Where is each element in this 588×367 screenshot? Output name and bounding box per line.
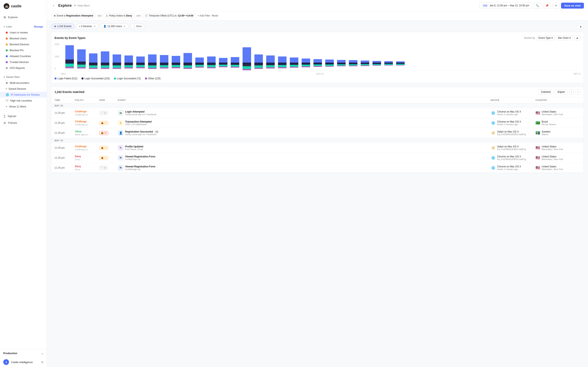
row6-event: 👁 Viewed Registration Form /mobile/sign-… [118,165,491,171]
sidebar-item-multi-accounters[interactable]: ⊕ Multi-accounters [0,80,47,86]
svg-rect-87 [313,66,322,67]
row1-flag: 🇺🇸 [536,111,540,115]
pin-button[interactable]: 📌 [543,3,551,8]
svg-rect-107 [373,65,381,66]
export-button[interactable]: Export [555,89,567,95]
filter-chip-policy[interactable]: ⚠ Policy Action is Deny [103,13,135,18]
x-label-aug29: AUG 29 [316,73,324,75]
sidebar-item-allowed-countries[interactable]: Allowed Countries [0,53,47,59]
date-range-button[interactable]: 21d Jan 6, 11:00 pm – Sep 13, 10:30 pm [479,2,532,8]
columns-button[interactable]: Columns [538,89,553,95]
svg-rect-62 [242,66,251,69]
svg-rect-85 [313,63,322,64]
row2-device-icon: 🌐 [491,120,495,125]
bucket-select[interactable]: Event Type ▾ [537,35,555,40]
sidebar-item-saved-devices[interactable]: ▪ Saved Devices [0,86,47,92]
row6-device-icon: 🌐 [491,165,495,170]
chart-collapse-button[interactable]: ▲ [574,35,580,40]
production-selector[interactable]: Production ⌄ [0,349,47,357]
svg-rect-67 [254,68,263,69]
row2-event: $ Transaction Attempted USD 1.24 widthdr… [118,120,491,126]
pill-devices[interactable]: ▪ 4 Devices ✕ [76,24,99,29]
row1-time: 11:25 pm [54,111,75,114]
hide-filters-button[interactable]: 👁 Hide filters [74,4,90,7]
col-risk: Risk [99,99,118,101]
settings-icon[interactable]: ⚙ [41,361,43,364]
table-header-row: 1,242 Events matched Columns Export ‹ › [51,87,584,97]
content-area: ⊕ 1,242 Events ▪ 4 Devices ✕ 👤 12,305 Us… [47,20,588,367]
warning-icon: 🎃 [101,157,104,159]
lists-header[interactable]: ▾ Lists Manage [0,24,47,30]
more-button[interactable]: ⋮ More [130,24,144,29]
sidebar-item-blocked-ips[interactable]: Blocked IPs [0,47,47,53]
filter-chip-event[interactable]: ⊕ Event is Registration Attempted [51,13,96,18]
high-risk-icon: 🛡 [6,99,8,102]
refresh-button[interactable]: ↻ [553,3,559,8]
pill-devices-close[interactable]: ✕ [94,25,95,28]
table-row[interactable]: 11:25 pm Challenge Challenge pr... 🎃 68 … [51,118,584,128]
multi-accounters-label: Multi-accounters [10,81,29,84]
pill-users[interactable]: 👤 12,305 Users ✕ [100,24,129,29]
svg-rect-4 [77,49,86,64]
plus-badge: +1 [155,131,159,133]
table-row[interactable]: 11:25 pm Challenge Challenge pr... 🛡 24 … [51,108,584,118]
next-page-button[interactable]: › [576,89,580,95]
sidebar-item-users-in-review[interactable]: Users in review [0,30,47,35]
svg-rect-29 [148,63,156,66]
sidebar-item-show-more[interactable]: + Show 11 More [0,104,47,109]
svg-rect-90 [325,64,334,66]
user-initial: J [5,361,7,364]
svg-rect-26 [136,65,145,67]
sidebar-item-ato-reports[interactable]: ATO Reports [0,65,47,71]
svg-rect-63 [242,69,251,70]
sidebar-item-policies[interactable]: ⊟ Policies [0,119,47,126]
pill-users-close[interactable]: ✕ [123,25,126,28]
reset-button[interactable]: Reset [212,14,218,17]
svg-rect-93 [337,63,346,64]
col-event: Event [118,99,491,101]
table-row[interactable]: 11:25 pm Allow Allow approv... 🎃 98 👤 Re… [51,128,584,138]
sidebar-item-blocked-users[interactable]: Blocked Users [0,35,47,42]
row5-device-icon: 🌐 [491,155,495,160]
sidebar-item-high-risk-countries[interactable]: 🛡 High risk countries [0,98,47,104]
sidebar-item-blocked-devices[interactable]: Blocked Devices [0,42,47,47]
table-row[interactable]: 11:25 pm Deny Deny ... 🎃 68 👁 Viewed Reg… [51,153,584,163]
svg-rect-19 [113,68,121,69]
blocked-devices-label: Blocked Devices [9,43,29,46]
sidebar-item-signals[interactable]: ∑ Signals [0,113,47,119]
pill-users-icon: 👤 [103,25,106,28]
filter-chip-timezone[interactable]: 🕐 Timezone Offset (UTC) is -12:00~+14:00 [142,13,196,18]
collapse-button[interactable]: ▲ [578,24,584,29]
sidebar-item-trusted-devices[interactable]: Trusted Devices [0,59,47,65]
svg-rect-45 [195,63,204,65]
svg-rect-35 [160,67,168,68]
sidebar-item-explorer[interactable]: ⊞ Explorer [0,14,47,21]
saved-view-header[interactable]: ▾ Saved View [0,74,47,80]
add-filter-button[interactable]: + Add Filter [198,14,210,17]
saved-view-label: Saved View [6,76,20,78]
save-view-button[interactable]: Save as view [561,3,584,8]
svg-rect-78 [290,65,298,67]
pill-events-icon: ⊕ [54,25,56,28]
chart-type-select[interactable]: Bar Chart ▾ [556,35,572,40]
row3-event: 👤 Registration Successful +1 Using socia… [118,130,491,136]
date-range-label: Jan 6, 11:00 pm – Sep 13, 10:30 pm [490,4,529,7]
sidebar-toggle-button[interactable]: ‹ [51,2,56,8]
prev-page-button[interactable]: ‹ [569,89,574,95]
pill-events[interactable]: ⊕ 1,242 Events [51,24,75,29]
svg-rect-5 [77,62,86,65]
saved-devices-icon: ▪ [6,87,7,90]
search-button[interactable]: 🔍 [534,3,541,8]
row1-risk: 🛡 24 [99,111,118,115]
table-row[interactable]: 11:25 pm Challenge Challenge pr... 🎃 68 … [51,143,584,153]
svg-rect-49 [207,63,216,65]
app-logo[interactable]: 🏰 castle [0,0,47,12]
blocked-users-label: Blocked Users [9,37,27,40]
svg-rect-86 [313,64,322,66]
chart-legend: Login Failed (512) Login Succeeded (152)… [54,77,580,80]
manage-link[interactable]: Manage [34,25,43,28]
table-row[interactable]: 11:25 pm Deny Deny ... 🛡 24 👁 Viewed Reg… [51,163,584,173]
svg-rect-75 [278,67,287,68]
svg-rect-110 [384,64,393,65]
sidebar-item-ip-addresses[interactable]: 🌐 IP Addresses for Review [0,92,47,98]
